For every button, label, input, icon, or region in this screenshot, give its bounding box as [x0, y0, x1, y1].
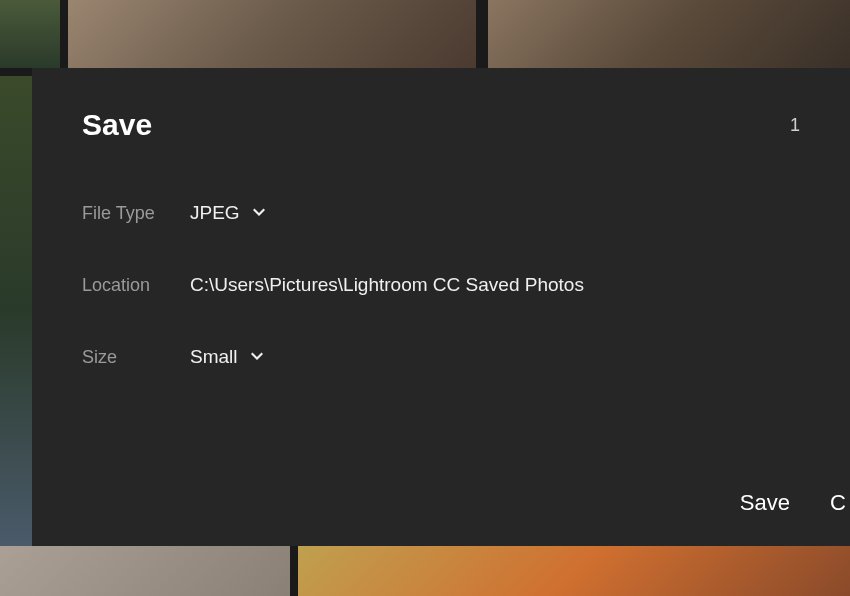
- chevron-down-icon: [250, 350, 264, 364]
- save-button[interactable]: Save: [740, 490, 790, 516]
- background-thumbnail: [488, 0, 850, 68]
- photo-count: 1: [790, 115, 800, 136]
- background-thumbnail: [298, 546, 850, 596]
- file-type-dropdown[interactable]: JPEG: [190, 202, 266, 224]
- dialog-title: Save: [82, 108, 152, 142]
- background-thumbnail: [0, 76, 32, 546]
- file-type-value: JPEG: [190, 202, 240, 224]
- file-type-label: File Type: [82, 203, 190, 224]
- location-row: Location C:\Users\Pictures\Lightroom CC …: [82, 274, 800, 296]
- size-dropdown[interactable]: Small: [190, 346, 264, 368]
- chevron-down-icon: [252, 206, 266, 220]
- background-thumbnail: [0, 546, 290, 596]
- save-dialog: Save 1 File Type JPEG Location C:\Users\…: [32, 68, 850, 546]
- size-value: Small: [190, 346, 238, 368]
- location-path[interactable]: C:\Users\Pictures\Lightroom CC Saved Pho…: [190, 274, 584, 296]
- dialog-header: Save 1: [82, 108, 800, 142]
- cancel-button[interactable]: C: [830, 490, 846, 516]
- size-row: Size Small: [82, 346, 800, 368]
- location-label: Location: [82, 275, 190, 296]
- dialog-actions: Save C: [740, 490, 850, 516]
- background-thumbnail: [68, 0, 476, 68]
- background-thumbnail: [0, 0, 60, 68]
- size-label: Size: [82, 347, 190, 368]
- file-type-row: File Type JPEG: [82, 202, 800, 224]
